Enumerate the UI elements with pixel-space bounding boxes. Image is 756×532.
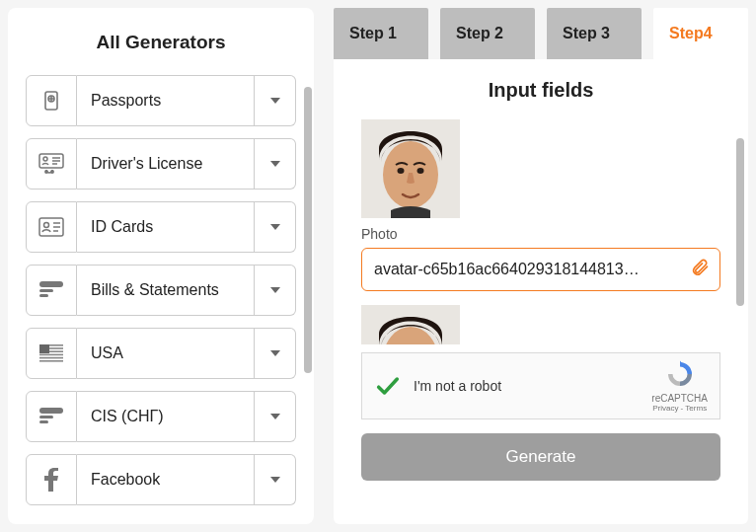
photo-input-value: avatar-c65b16ac664029318144813…	[374, 261, 640, 278]
generator-item-bills[interactable]: Bills & Statements	[26, 265, 296, 316]
svg-point-25	[398, 168, 405, 174]
photo-preview	[361, 119, 460, 218]
svg-point-5	[51, 171, 53, 173]
svg-point-7	[44, 223, 49, 228]
svg-rect-10	[39, 289, 53, 292]
generate-button[interactable]: Generate	[361, 433, 720, 481]
generator-item-passports[interactable]: Passports	[26, 75, 296, 126]
passport-icon	[26, 75, 77, 126]
id-card-icon	[26, 201, 77, 253]
panel: Input fields Photo avat	[334, 59, 748, 524]
svg-point-26	[417, 168, 424, 174]
credit-card-icon	[26, 265, 77, 316]
recaptcha-branding: reCAPTCHA Privacy - Terms	[651, 359, 708, 413]
tab-step-3[interactable]: Step 3	[547, 8, 642, 59]
svg-rect-9	[39, 281, 63, 287]
generator-label: CIS (СНГ)	[77, 391, 255, 442]
step-tabs: Step 1 Step 2 Step 3 Step4	[334, 8, 748, 59]
generator-label: Passports	[77, 75, 255, 126]
photo-preview-2	[361, 305, 460, 344]
recaptcha-label: I'm not a robot	[414, 378, 640, 394]
recaptcha-brand: reCAPTCHA	[651, 393, 708, 404]
sidebar: All Generators Passports Driver's Licens…	[8, 8, 314, 524]
svg-rect-19	[39, 344, 49, 353]
generator-item-drivers-license[interactable]: Driver's License	[26, 138, 296, 190]
generator-label: Bills & Statements	[77, 265, 255, 316]
generator-label: Driver's License	[77, 138, 255, 190]
recaptcha-logo-icon	[665, 359, 695, 389]
svg-rect-11	[39, 294, 48, 297]
sidebar-title: All Generators	[8, 8, 314, 75]
generator-item-usa[interactable]: USA	[26, 328, 296, 379]
chevron-down-icon[interactable]	[255, 454, 296, 505]
svg-rect-16	[39, 354, 63, 356]
svg-rect-17	[39, 357, 63, 359]
sidebar-list: Passports Driver's License ID Cards	[8, 75, 314, 524]
tab-step-2[interactable]: Step 2	[440, 8, 535, 59]
svg-rect-20	[39, 408, 63, 414]
chevron-down-icon[interactable]	[255, 328, 296, 379]
chevron-down-icon[interactable]	[255, 138, 296, 190]
checkmark-icon	[374, 372, 402, 400]
generator-item-facebook[interactable]: Facebook	[26, 454, 296, 505]
recaptcha-widget[interactable]: I'm not a robot reCAPTCHA Privacy - Term…	[361, 352, 720, 419]
generator-item-id-cards[interactable]: ID Cards	[26, 201, 296, 253]
chevron-down-icon[interactable]	[255, 75, 296, 126]
credit-card-icon	[26, 391, 77, 442]
panel-scrollbar[interactable]	[736, 138, 744, 306]
attach-icon[interactable]	[690, 258, 710, 281]
drivers-license-icon	[26, 138, 77, 190]
svg-rect-22	[39, 420, 48, 423]
chevron-down-icon[interactable]	[255, 201, 296, 253]
usa-flag-icon	[26, 328, 77, 379]
generator-label: ID Cards	[77, 201, 255, 253]
generator-label: Facebook	[77, 454, 255, 505]
photo-field-label: Photo	[361, 226, 720, 242]
recaptcha-links[interactable]: Privacy - Terms	[651, 404, 708, 413]
chevron-down-icon[interactable]	[255, 265, 296, 316]
sidebar-scrollbar[interactable]	[304, 87, 312, 373]
panel-title: Input fields	[361, 79, 720, 102]
tab-step-4[interactable]: Step4	[653, 8, 748, 59]
svg-point-3	[43, 157, 47, 161]
facebook-icon	[26, 454, 77, 505]
svg-rect-18	[39, 360, 63, 362]
generator-label: USA	[77, 328, 255, 379]
svg-point-4	[45, 171, 47, 173]
tab-step-1[interactable]: Step 1	[334, 8, 428, 59]
generator-item-cis[interactable]: CIS (СНГ)	[26, 391, 296, 442]
photo-input[interactable]: avatar-c65b16ac664029318144813…	[361, 248, 720, 291]
chevron-down-icon[interactable]	[255, 391, 296, 442]
main: Step 1 Step 2 Step 3 Step4 Input fields	[334, 8, 748, 524]
svg-rect-21	[39, 416, 53, 418]
